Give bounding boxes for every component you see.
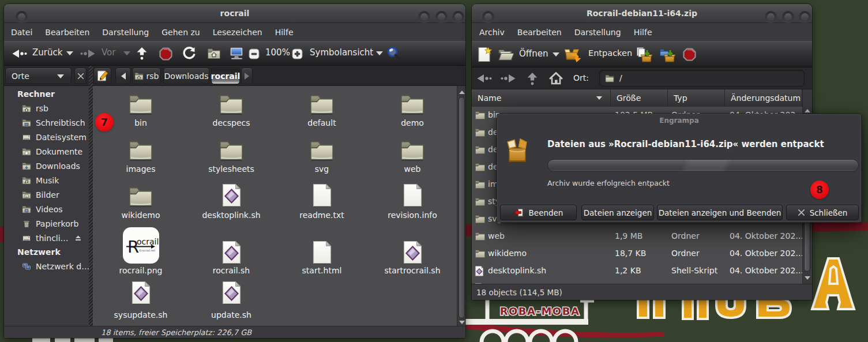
places-selector[interactable]: Orte: [5, 67, 72, 84]
reload-icon[interactable]: [182, 47, 196, 61]
sidebar-item-dokumente[interactable]: Dokumente: [22, 144, 88, 159]
open-label[interactable]: Öffnen: [519, 48, 548, 59]
column-header-name[interactable]: Name: [472, 89, 611, 107]
breadcrumb-current[interactable]: rocrail: [211, 67, 240, 84]
breadcrumb-downloads[interactable]: Downloads: [163, 67, 209, 84]
extract-icon[interactable]: [565, 47, 582, 62]
file-startrocrail-sh[interactable]: startrocrail.sh: [369, 240, 456, 275]
scroll-up-arrow[interactable]: [459, 91, 465, 94]
titlebar[interactable]: Rocrail-debian11-i64.zip: [472, 4, 812, 23]
location-field[interactable]: /: [599, 70, 805, 87]
show-files-button[interactable]: Dateien anzeigen: [581, 205, 654, 220]
maximize-button[interactable]: [782, 11, 794, 23]
menu-hilfe[interactable]: Hilfe: [627, 24, 659, 40]
file-stylesheets[interactable]: stylesheets: [188, 139, 275, 174]
zoom-in-icon[interactable]: [292, 48, 303, 59]
file-start-html[interactable]: start.html: [279, 240, 365, 275]
close-sidebar-button[interactable]: [74, 67, 87, 84]
archive-row-web[interactable]: web1,9 MBOrdner04. Oktober 202…: [472, 228, 802, 245]
file-wikidemo[interactable]: wikidemo: [97, 185, 184, 220]
file-default[interactable]: default: [279, 93, 365, 127]
show-files-and-quit-button[interactable]: Dateien anzeigen und Beenden: [657, 205, 783, 220]
computer-icon[interactable]: [229, 47, 245, 60]
new-archive-icon[interactable]: [478, 47, 492, 62]
menu-darstellung[interactable]: Darstellung: [568, 24, 627, 40]
search-icon[interactable]: [386, 46, 401, 61]
file-rocrail-sh[interactable]: rocrail.sh: [188, 240, 275, 275]
file-decspecs[interactable]: decspecs: [188, 93, 275, 127]
extract-label[interactable]: Entpacken: [588, 48, 632, 58]
column-header-gre[interactable]: Größe: [611, 89, 668, 107]
sidebar-item-label: thincli…: [36, 234, 69, 243]
edit-location-button[interactable]: [93, 67, 111, 84]
quit-button[interactable]: Beenden: [500, 205, 577, 220]
file-desktoplink-sh[interactable]: desktoplink.sh: [188, 183, 275, 220]
add-folder-icon[interactable]: [659, 47, 675, 62]
sidebar-item-bilder[interactable]: Bilder: [22, 187, 88, 202]
forward-icon[interactable]: [80, 48, 96, 59]
scroll-up-arrow[interactable]: [805, 109, 810, 112]
sidebar-item-schreibtisch[interactable]: Schreibtisch: [22, 115, 88, 130]
column-header-nderungsdatum[interactable]: Änderungsdatum: [725, 89, 802, 107]
file-revision-info[interactable]: revision.info: [369, 183, 456, 220]
open-dropdown-icon[interactable]: [553, 52, 559, 57]
sidebar-item-dateisystem[interactable]: Dateisystem: [22, 130, 88, 144]
minimize-button[interactable]: [765, 11, 777, 23]
menu-darstellung[interactable]: Darstellung: [96, 24, 155, 40]
home-icon[interactable]: [549, 72, 563, 85]
sidebar-item-netzwerkd[interactable]: Netzwerk d…: [22, 259, 88, 273]
file-update-sh[interactable]: update.sh: [188, 281, 275, 320]
scroll-down-arrow[interactable]: [805, 276, 810, 280]
archive-row-desktoplink-sh[interactable]: desktoplink.sh1,2 KBShell-Skript04. Okto…: [472, 262, 802, 280]
sidebar-item-downloads[interactable]: Downloads: [22, 159, 88, 173]
file-sysupdate-sh[interactable]: sysupdate.sh: [97, 281, 184, 320]
zoom-out-icon[interactable]: [249, 48, 260, 59]
breadcrumb-back-button[interactable]: [115, 67, 131, 84]
menu-datei[interactable]: Datei: [5, 24, 39, 40]
close-button[interactable]: [799, 11, 811, 23]
file-readme-txt[interactable]: readme.txt: [279, 183, 365, 220]
folder-icon: [279, 93, 365, 115]
file-svg[interactable]: svg: [279, 139, 365, 174]
sidebar-item-rsb[interactable]: rsb: [22, 101, 88, 115]
home-folder-icon[interactable]: [207, 47, 221, 59]
menu-hilfe[interactable]: Hilfe: [269, 24, 300, 40]
back-label[interactable]: Zurück: [32, 47, 62, 58]
pane-splitter[interactable]: [89, 66, 93, 326]
up-icon[interactable]: [136, 46, 148, 61]
file-label: sysupdate.sh: [97, 310, 184, 320]
scroll-down-arrow[interactable]: [459, 321, 465, 324]
sidebar-item-musik[interactable]: Musik: [22, 173, 88, 187]
vertical-scrollbar[interactable]: [457, 86, 465, 326]
menu-gehen-zu[interactable]: Gehen zu: [155, 24, 206, 40]
scrollbar-thumb[interactable]: [459, 97, 465, 318]
titlebar[interactable]: rocrail: [4, 4, 465, 23]
view-mode-dropdown-icon[interactable]: [376, 51, 383, 55]
back-icon[interactable]: [12, 48, 27, 59]
back-history-dropdown-icon[interactable]: [66, 51, 73, 55]
column-header-typ[interactable]: Typ: [668, 89, 725, 107]
sidebar-item-thincli[interactable]: thincli…: [22, 231, 88, 245]
maximize-button[interactable]: [435, 11, 448, 23]
sidebar-item-papierkorb[interactable]: Papierkorb: [22, 216, 88, 231]
open-archive-icon[interactable]: [498, 48, 514, 62]
stop-icon[interactable]: [159, 47, 172, 61]
breadcrumb-home[interactable]: rsb: [132, 67, 161, 84]
file-rocrail-png[interactable]: R ocrail ©rocrail.netrocrail.png: [97, 227, 184, 275]
minimize-button[interactable]: [418, 11, 430, 23]
file-web[interactable]: web: [369, 139, 456, 174]
view-mode-label[interactable]: Symbolansicht: [310, 47, 373, 58]
add-files-icon[interactable]: [636, 47, 652, 62]
close-button[interactable]: [452, 11, 464, 23]
archive-row-wikidemo[interactable]: wikidemo18,7 KBOrdner04. Oktober 202…: [472, 245, 802, 262]
sidebar-item-videos[interactable]: Videos: [22, 202, 88, 216]
menu-bearbeiten[interactable]: Bearbeiten: [39, 24, 96, 40]
file-demo[interactable]: demo: [369, 93, 456, 127]
close-button[interactable]: Schließen: [786, 205, 859, 220]
file-images[interactable]: images: [97, 139, 184, 174]
eject-icon[interactable]: [74, 234, 82, 242]
menu-lesezeichen[interactable]: Lesezeichen: [206, 24, 269, 40]
menu-bearbeiten[interactable]: Bearbeiten: [511, 24, 568, 40]
archive-row-readme-txt[interactable]: readme.txt: [472, 280, 802, 284]
menu-archiv[interactable]: Archiv: [473, 24, 511, 40]
